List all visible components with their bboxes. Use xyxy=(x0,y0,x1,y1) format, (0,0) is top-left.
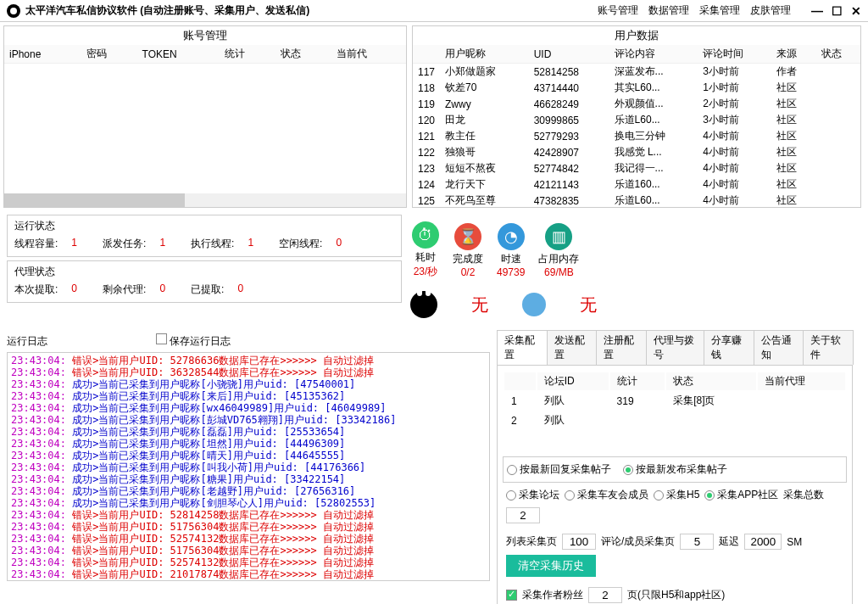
log-line: 23:43:04: 成功>当前已采集到用户昵称[小骁骁]用户uid: [4754… xyxy=(11,378,486,390)
table-row[interactable]: 1列队319采集[8]页 xyxy=(504,392,845,410)
log-line: 23:43:04: 成功>当前已采集到用户昵称[剑胆琴心人]用户uid: [52… xyxy=(11,497,486,509)
log-line: 23:43:04: 错误>当前用户UID: 51756304数据库已存在>>>>… xyxy=(11,545,486,556)
col-iphone[interactable]: iPhone xyxy=(4,45,81,64)
log-line: 23:43:04: 错误>当前用户UID: 52813245数据库已存在>>>>… xyxy=(11,580,486,581)
table-row[interactable]: 117小郑做题家52814258深蓝发布...3小时前作者 xyxy=(413,64,860,81)
account-table[interactable]: iPhone 密码 TOKEN 统计 状态 当前代 xyxy=(4,45,406,64)
fans-page-input[interactable] xyxy=(588,587,622,603)
log-line: 23:43:04: 错误>当前用户UID: 51756304数据库已存在>>>>… xyxy=(11,521,486,533)
clock-icon: ⏱ xyxy=(412,221,439,249)
save-log-checkbox[interactable] xyxy=(156,333,167,344)
clear-history-button[interactable]: 清空采集历史 xyxy=(506,555,596,577)
table-row[interactable]: 122独狼哥42428907我感觉 L...4小时前社区 xyxy=(413,144,860,160)
table-row[interactable]: 118钦差7043714440其实L60...1小时前社区 xyxy=(413,80,860,96)
forum-table[interactable]: 论坛ID统计状态当前代理 1列队319采集[8]页2列队 xyxy=(503,371,847,431)
col-token[interactable]: TOKEN xyxy=(137,45,220,64)
account-panel-title: 账号管理 xyxy=(4,26,406,45)
table-row[interactable]: 120田龙30999865乐道L60...3小时前社区 xyxy=(413,112,860,128)
col-state2[interactable]: 状态 xyxy=(816,45,860,64)
table-row[interactable]: 2列队 xyxy=(504,411,845,429)
log-line: 23:43:04: 错误>当前用户UID: 52574132数据库已存在>>>>… xyxy=(11,533,486,545)
moon-icon xyxy=(522,293,546,316)
log-line: 23:43:04: 成功>当前已采集到用户昵称[叫我小荷]用户uid: [441… xyxy=(11,461,486,473)
tab-notice[interactable]: 公告通知 xyxy=(754,330,804,365)
log-line: 23:43:04: 成功>当前已采集到用户昵称[磊磊]用户uid: [25533… xyxy=(11,426,486,438)
col-pwd[interactable]: 密码 xyxy=(81,45,137,64)
log-body[interactable]: 23:43:04: 错误>当前用户UID: 52786636数据库已存在>>>>… xyxy=(7,352,490,581)
proxy-status-box: 代理状态 本次提取:0 剩余代理:0 已提取:0 xyxy=(7,260,402,303)
radio-forum[interactable] xyxy=(506,490,516,501)
speed-icon: ◔ xyxy=(498,223,525,250)
col-state[interactable]: 状态 xyxy=(275,45,331,64)
tab-proxy-dial[interactable]: 代理与拨号 xyxy=(646,330,705,365)
radio-by-post[interactable] xyxy=(623,465,633,475)
metrics-row: ⏱耗时23/秒 ⌛完成度0/2 ◔时速49739 ▥占用内存69/MB xyxy=(405,215,861,286)
rabbit-status1: 无 xyxy=(471,294,488,316)
log-line: 23:43:04: 成功>当前已采集到用户昵称[老越野]用户uid: [2765… xyxy=(11,485,486,497)
hourglass-icon: ⌛ xyxy=(454,223,481,250)
col-nick[interactable]: 用户昵称 xyxy=(440,45,529,64)
table-row[interactable]: 125不死鸟至尊47382835乐道L60...4小时前社区 xyxy=(413,193,860,207)
log-line: 23:43:04: 成功>当前已采集到用户昵称[糖果]用户uid: [33422… xyxy=(11,473,486,485)
col-stat[interactable]: 统计 xyxy=(220,45,275,64)
proxy-status-label: 代理状态 xyxy=(14,265,394,279)
minimize-icon[interactable]: — xyxy=(811,4,823,18)
log-panel: 运行日志 保存运行日志 23:43:04: 错误>当前用户UID: 527866… xyxy=(7,330,490,604)
radio-by-reply[interactable] xyxy=(507,465,517,475)
log-line: 23:43:04: 成功>当前已采集到用户昵称[彭城VD765翱翔]用户uid:… xyxy=(11,414,486,426)
app-logo-icon xyxy=(7,4,20,18)
log-label: 运行日志 xyxy=(7,334,47,349)
delay-input[interactable] xyxy=(744,534,782,550)
menu-data[interactable]: 数据管理 xyxy=(648,3,689,18)
menu-account[interactable]: 账号管理 xyxy=(598,3,638,18)
comment-page-input[interactable] xyxy=(680,534,714,550)
radio-club[interactable] xyxy=(565,490,575,501)
log-line: 23:43:04: 成功>当前已采集到用户昵称[来后]用户uid: [45135… xyxy=(11,390,486,402)
hscrollbar[interactable] xyxy=(4,193,406,207)
menu-skin[interactable]: 皮肤管理 xyxy=(750,3,791,18)
tab-register-config[interactable]: 注册配置 xyxy=(596,330,647,365)
fans-checkbox[interactable] xyxy=(506,590,517,601)
radio-h5[interactable] xyxy=(654,490,664,501)
col-content[interactable]: 评论内容 xyxy=(609,45,698,64)
table-row[interactable]: 121教主任52779293换电三分钟4小时前社区 xyxy=(413,128,860,144)
table-row[interactable]: 119Zwwy46628249外观颜值...2小时前社区 xyxy=(413,96,860,112)
tab-about[interactable]: 关于软件 xyxy=(803,330,854,365)
log-line: 23:43:04: 错误>当前用户UID: 52786636数据库已存在>>>>… xyxy=(11,355,486,366)
close-icon[interactable]: ✕ xyxy=(851,4,861,18)
menu-collect[interactable]: 采集管理 xyxy=(699,3,740,18)
titlebar: 太平洋汽车私信协议软件 (自动注册账号、采集用户、发送私信) 账号管理 数据管理… xyxy=(0,0,868,22)
rabbit-status2: 无 xyxy=(580,294,597,316)
col-proxy[interactable]: 当前代 xyxy=(331,45,406,64)
config-tabs: 采集配置 发送配置 注册配置 代理与拨号 分享赚钱 公告通知 关于软件 xyxy=(497,330,853,366)
total-input[interactable] xyxy=(506,507,540,523)
userdata-title: 用户数据 xyxy=(413,26,860,45)
memory-icon: ▥ xyxy=(545,223,572,250)
userdata-panel: 用户数据 用户昵称 UID 评论内容 评论时间 来源 状态 117小郑做题家52… xyxy=(412,25,861,208)
col-uid[interactable]: UID xyxy=(529,45,609,64)
run-status-label: 运行状态 xyxy=(14,219,394,233)
account-panel: 账号管理 iPhone 密码 TOKEN 统计 状态 当前代 xyxy=(3,25,407,208)
log-line: 23:43:04: 成功>当前已采集到用户昵称[wx46049989]用户uid… xyxy=(11,402,486,414)
app-title: 太平洋汽车私信协议软件 (自动注册账号、采集用户、发送私信) xyxy=(25,3,309,18)
tab-share[interactable]: 分享赚钱 xyxy=(704,330,754,365)
table-row[interactable]: 123短短不熬夜52774842我记得一...4小时前社区 xyxy=(413,160,860,176)
col-time[interactable]: 评论时间 xyxy=(698,45,771,64)
tab-collect-config[interactable]: 采集配置 xyxy=(497,330,548,365)
rabbit-icon xyxy=(410,291,437,318)
log-line: 23:43:04: 成功>当前已采集到用户昵称[晴天]用户uid: [44645… xyxy=(11,450,486,461)
log-line: 23:43:04: 错误>当前用户UID: 52574132数据库已存在>>>>… xyxy=(11,556,486,568)
maximize-icon[interactable]: ☐ xyxy=(832,4,843,18)
run-status-box: 运行状态 线程容量:1 派发任务:1 执行线程:1 空闲线程:0 xyxy=(7,215,402,257)
table-row[interactable]: 124龙行天下42121143乐道160...4小时前社区 xyxy=(413,176,860,193)
log-line: 23:43:04: 错误>当前用户UID: 52814258数据库已存在>>>>… xyxy=(11,509,486,521)
log-line: 23:43:04: 错误>当前用户UID: 36328544数据库已存在>>>>… xyxy=(11,366,486,378)
col-source[interactable]: 来源 xyxy=(771,45,815,64)
radio-app[interactable] xyxy=(704,490,715,501)
log-line: 23:43:04: 成功>当前已采集到用户昵称[坦然]用户uid: [44496… xyxy=(11,438,486,450)
userdata-table[interactable]: 用户昵称 UID 评论内容 评论时间 来源 状态 117小郑做题家5281425… xyxy=(413,45,860,207)
log-line: 23:43:04: 错误>当前用户UID: 21017874数据库已存在>>>>… xyxy=(11,568,486,580)
tab-send-config[interactable]: 发送配置 xyxy=(547,330,598,365)
list-page-input[interactable] xyxy=(562,534,596,550)
